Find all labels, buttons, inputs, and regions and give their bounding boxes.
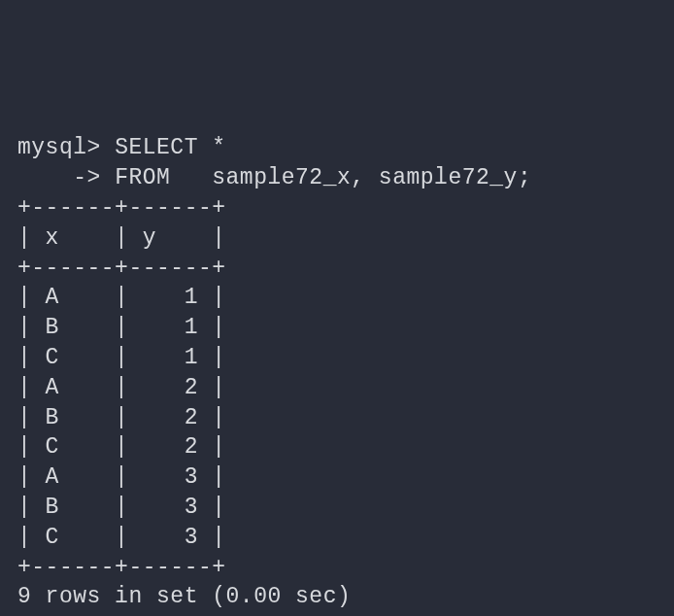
result-footer: 9 rows in set (0.00 sec) — [17, 584, 351, 609]
continuation-prompt: -> — [17, 165, 115, 190]
table-row: | A | 1 | — [17, 285, 226, 310]
terminal-output: mysql> SELECT * -> FROM sample72_x, samp… — [17, 133, 657, 612]
table-row: | C | 3 | — [17, 525, 226, 550]
table-row: | B | 3 | — [17, 495, 226, 520]
table-header-row: | x | y | — [17, 225, 226, 251]
table-row: | A | 3 | — [17, 464, 226, 490]
query-line-1: SELECT * — [115, 135, 225, 160]
query-line-2: FROM sample72_x, sample72_y; — [115, 165, 531, 190]
table-row: | A | 2 | — [17, 375, 226, 400]
table-row: | C | 1 | — [17, 345, 226, 370]
table-border-top: +------+------+ — [17, 195, 226, 221]
table-border-bottom: +------+------+ — [17, 555, 226, 580]
table-row: | B | 1 | — [17, 315, 226, 340]
table-row: | B | 2 | — [17, 405, 226, 430]
table-row: | C | 2 | — [17, 434, 226, 460]
table-border-mid: +------+------+ — [17, 256, 226, 281]
mysql-prompt: mysql> — [17, 135, 115, 160]
